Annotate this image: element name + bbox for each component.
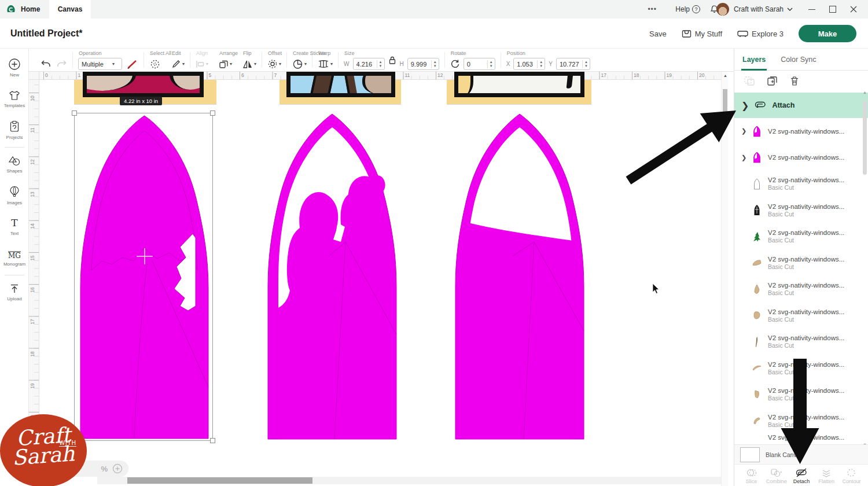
maximize-button[interactable] — [829, 5, 837, 13]
edit-menu[interactable]: ▾ — [171, 59, 185, 69]
h-scroll-thumb[interactable] — [127, 477, 312, 484]
multi-select-icon[interactable] — [744, 76, 755, 86]
create-sticker-menu[interactable]: ▾ — [292, 59, 307, 69]
close-button[interactable] — [849, 5, 858, 13]
chevron-right-icon[interactable]: ❯ — [741, 127, 746, 135]
layer-row-cut[interactable]: V2 svg-nativity-windows... Basic Cut — [734, 408, 868, 435]
layer-row-cut[interactable]: V2 svg-nativity-windows... Basic Cut — [734, 381, 868, 408]
my-stuff-button[interactable]: My Stuff — [682, 30, 722, 38]
flatten-button[interactable]: Flatten — [814, 466, 839, 486]
layer-row-cut[interactable]: V2 svg-nativity-windows... Basic Cut — [734, 276, 868, 303]
canvas-object-window-1[interactable] — [77, 115, 212, 439]
save-button[interactable]: Save — [649, 30, 667, 38]
layer-row-cut[interactable]: V2 svg-nativity-windows... Basic Cut — [734, 223, 868, 250]
canvas-object-window-3[interactable] — [447, 113, 593, 440]
trash-icon[interactable] — [790, 76, 799, 86]
chevron-right-icon[interactable]: ❯ — [741, 154, 746, 161]
combine-button[interactable]: Combine — [764, 466, 789, 486]
canvas-vertical-scrollbar[interactable]: ▲ — [721, 72, 728, 486]
pen-color-icon[interactable] — [127, 59, 138, 69]
sidebar-item-text[interactable]: T Text — [0, 211, 29, 242]
canvas-object-framed-image-3[interactable] — [447, 80, 591, 104]
detach-button[interactable]: Detach — [789, 466, 814, 486]
undo-icon[interactable] — [41, 59, 52, 69]
account-menu[interactable]: Craft with Sarah — [716, 0, 793, 19]
layer-row-cut[interactable]: V2 svg-nativity-windows... Basic Cut — [734, 197, 868, 224]
minimize-button[interactable] — [808, 5, 816, 13]
operation-select[interactable]: ▾ — [78, 58, 122, 70]
layer-row-attach[interactable]: ❯ Attach — [734, 93, 868, 118]
blank-canvas-row[interactable]: Blank Canvas — [734, 444, 868, 464]
select-all-icon[interactable] — [149, 59, 161, 69]
layer-row-cut[interactable]: V2 svg-nativity-windows... Basic Cut — [734, 355, 868, 382]
close-icon — [849, 5, 858, 13]
sidebar-item-images[interactable]: Images — [0, 180, 29, 211]
arrange-label: Arrange — [219, 50, 238, 56]
layer-row-group[interactable]: ❯ V2 svg-nativity-windows... — [734, 118, 868, 145]
contour-button[interactable]: Contour — [839, 466, 864, 486]
redo-icon[interactable] — [56, 59, 67, 69]
sidebar-item-shapes[interactable]: Shapes — [0, 149, 29, 180]
layer-thumb-window-magenta-icon — [753, 126, 761, 137]
h-ruler-tick-label: 12 — [437, 72, 443, 78]
arrange-menu[interactable]: ▾ — [219, 60, 232, 69]
canvas-object-window-2[interactable] — [259, 113, 405, 440]
rotate-label: Rotate — [451, 50, 466, 56]
canvas-object-framed-image-2[interactable] — [279, 80, 401, 104]
layer-row-cut[interactable]: V2 svg-nativity-windows... Basic Cut — [734, 171, 868, 197]
craft-with-sarah-logo: Craft WITH Sarah — [0, 414, 87, 486]
width-input[interactable]: ▲▼ — [353, 58, 385, 70]
h-ruler-tick-label: 18 — [634, 72, 639, 78]
position-y-input[interactable]: ▲▼ — [556, 58, 590, 70]
slice-button[interactable]: Slice — [739, 466, 764, 486]
sidebar-item-new[interactable]: New — [0, 52, 29, 83]
layer-row-cut[interactable]: V2 svg-nativity-windows... Basic Cut — [734, 329, 868, 355]
arrange-icon — [219, 60, 229, 69]
blank-canvas-swatch[interactable] — [740, 447, 760, 462]
chevron-right-icon[interactable]: ❯ — [741, 100, 749, 111]
x-stepper[interactable]: ▲▼ — [537, 60, 545, 68]
rotate-stepper[interactable]: ▲▼ — [487, 60, 495, 68]
sidebar-item-projects[interactable]: Projects — [0, 115, 29, 146]
operation-value — [79, 61, 112, 68]
zoom-in-icon[interactable] — [112, 463, 123, 474]
sidebar-item-upload[interactable]: Upload — [0, 277, 29, 308]
canvas[interactable]: 01234567891011121314151617181920 1011121… — [29, 72, 734, 486]
canvas-horizontal-scrollbar[interactable] — [97, 477, 721, 484]
canvas-tab[interactable]: Canvas — [49, 0, 91, 19]
v-scroll-thumb[interactable] — [723, 89, 727, 115]
home-tab[interactable]: Home — [6, 0, 40, 19]
position-x-input[interactable]: ▲▼ — [513, 58, 545, 70]
selection-handle-tl[interactable] — [72, 111, 77, 116]
width-stepper[interactable]: ▲▼ — [377, 60, 384, 68]
scroll-up-icon[interactable]: ▲ — [863, 90, 867, 94]
sidebar-item-templates[interactable]: Templates — [0, 83, 29, 115]
layer-row-cut[interactable]: V2 svg-nativity-windows... Basic Cut — [734, 303, 868, 329]
tab-color-sync[interactable]: Color Sync — [781, 56, 816, 64]
y-stepper[interactable]: ▲▼ — [582, 60, 590, 68]
layers-scroll-thumb[interactable] — [863, 101, 867, 175]
layer-row-cut[interactable]: V2 svg-nativity-windows... Basic Cut — [734, 250, 868, 277]
flatten-icon — [821, 468, 832, 477]
align-menu[interactable]: ▾ — [196, 60, 208, 68]
h-ruler-tick-label: 7 — [274, 72, 277, 78]
height-input[interactable]: ▲▼ — [407, 58, 439, 70]
warp-menu[interactable]: ▾ — [318, 60, 333, 68]
layers-scrollbar[interactable]: ▲ ▼ — [862, 95, 867, 444]
layer-row-cut-partial[interactable]: V2 svg-nativity-windows... — [734, 434, 868, 444]
scroll-up-icon[interactable]: ▲ — [723, 73, 727, 78]
tab-layers[interactable]: Layers — [742, 56, 766, 64]
layer-row-group[interactable]: ❯ V2 svg-nativity-windows... — [734, 145, 868, 171]
offset-menu[interactable]: ▾ — [267, 59, 281, 69]
sidebar-item-monogram[interactable]: MG Monogram — [0, 242, 29, 274]
duplicate-icon[interactable] — [767, 76, 778, 86]
operation-caret-icon: ▾ — [112, 61, 117, 67]
flip-menu[interactable]: ▾ — [242, 60, 256, 69]
height-stepper[interactable]: ▲▼ — [431, 60, 439, 68]
rotate-input[interactable]: ▲▼ — [464, 58, 495, 70]
make-button[interactable]: Make — [799, 25, 856, 42]
lock-icon[interactable] — [388, 56, 396, 65]
explore-machine-button[interactable]: Explore 3 — [737, 30, 784, 38]
help-menu[interactable]: Help ? — [675, 0, 700, 19]
overflow-menu[interactable]: ••• — [648, 0, 657, 19]
